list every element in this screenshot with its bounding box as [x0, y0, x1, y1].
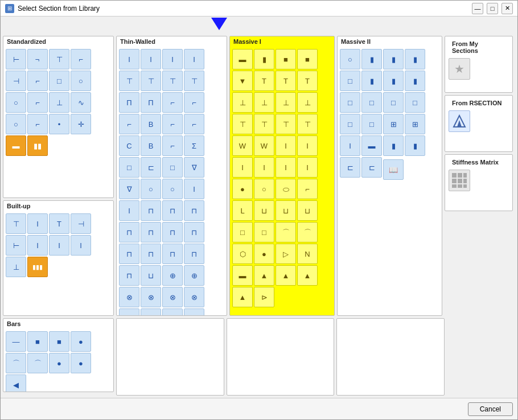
- tw-46[interactable]: ⊗: [141, 287, 161, 307]
- my-sections-button[interactable]: ★: [449, 58, 470, 80]
- bar-1[interactable]: —: [6, 331, 26, 352]
- mi-40[interactable]: N: [297, 244, 318, 264]
- tw-6[interactable]: ⊤: [141, 71, 161, 91]
- tw-9[interactable]: Π: [119, 92, 139, 113]
- mi-31[interactable]: ⊔: [276, 200, 296, 221]
- tw-8[interactable]: ⊤: [184, 71, 204, 91]
- mii-8[interactable]: ▮: [405, 71, 425, 91]
- tw-23[interactable]: □: [162, 157, 183, 178]
- tw-36[interactable]: ⊓: [184, 222, 204, 242]
- tw-27[interactable]: ○: [162, 179, 183, 199]
- stiffness-matrix-button[interactable]: [449, 170, 470, 191]
- std-icon-8[interactable]: ○: [71, 71, 91, 91]
- tw-35[interactable]: ⊓: [162, 222, 183, 242]
- tw-31[interactable]: ⊓: [162, 200, 183, 221]
- mi-33[interactable]: □: [232, 222, 253, 242]
- mii-23[interactable]: 📖: [383, 159, 404, 180]
- tw-28[interactable]: I: [184, 179, 204, 199]
- std-icon-9[interactable]: ○: [6, 92, 26, 113]
- mi-42[interactable]: ▲: [254, 265, 274, 286]
- tw-7[interactable]: ⊤: [162, 71, 183, 91]
- mii-2[interactable]: ▮: [361, 49, 382, 69]
- mi-30[interactable]: ⊔: [254, 200, 274, 221]
- tw-33[interactable]: ⊓: [119, 222, 139, 242]
- bu-icon-10[interactable]: ▮▮▮: [27, 257, 48, 277]
- std-icon-17[interactable]: ▬: [6, 135, 26, 156]
- tw-40[interactable]: ⊓: [184, 244, 204, 264]
- mi-35[interactable]: ⌒: [276, 222, 296, 242]
- mii-11[interactable]: □: [383, 92, 404, 113]
- std-icon-18[interactable]: ▮▮: [27, 135, 48, 156]
- mi-36[interactable]: ⌒: [297, 222, 318, 242]
- close-button[interactable]: ✕: [501, 3, 513, 14]
- std-icon-16[interactable]: ✛: [71, 114, 91, 134]
- bar-3[interactable]: ■: [49, 331, 69, 352]
- bu-icon-6[interactable]: I: [27, 235, 48, 256]
- mi-18[interactable]: W: [254, 135, 274, 156]
- mi-28[interactable]: ⌐: [297, 179, 318, 199]
- bar-8[interactable]: ●: [71, 353, 91, 373]
- std-icon-11[interactable]: ⊥: [49, 92, 69, 113]
- bar-9[interactable]: ◀: [6, 374, 26, 392]
- tw-43[interactable]: ⊕: [162, 265, 183, 286]
- tw-21[interactable]: □: [119, 157, 139, 178]
- mii-18[interactable]: ▬: [361, 135, 382, 156]
- mi-43[interactable]: ▲: [276, 265, 296, 286]
- bu-icon-5[interactable]: ⊢: [6, 235, 26, 256]
- mii-4[interactable]: ▮: [405, 49, 425, 69]
- tw-34[interactable]: ⊓: [141, 222, 161, 242]
- mi-8[interactable]: T: [297, 71, 318, 91]
- mii-7[interactable]: ▮: [383, 71, 404, 91]
- mi-17[interactable]: W: [232, 135, 253, 156]
- mi-45[interactable]: ▲: [232, 287, 253, 307]
- mi-32[interactable]: ⊔: [297, 200, 318, 221]
- tw-24[interactable]: ∇: [184, 157, 204, 178]
- mi-39[interactable]: ▷: [276, 244, 296, 264]
- bu-icon-3[interactable]: T: [49, 213, 69, 234]
- tw-4[interactable]: I: [184, 49, 204, 69]
- mi-3[interactable]: ■: [276, 49, 296, 69]
- tw-15[interactable]: ⌐: [162, 114, 183, 134]
- mi-26[interactable]: ○: [254, 179, 274, 199]
- tw-50[interactable]: ⊞: [141, 308, 161, 315]
- mi-7[interactable]: T: [276, 71, 296, 91]
- tw-41[interactable]: ⊓: [119, 265, 139, 286]
- mi-14[interactable]: ⊤: [254, 114, 274, 134]
- mi-22[interactable]: I: [254, 157, 274, 178]
- bar-5[interactable]: ⌒: [6, 353, 26, 373]
- mi-6[interactable]: T: [254, 71, 274, 91]
- bar-7[interactable]: ●: [49, 353, 69, 373]
- std-icon-6[interactable]: ⌐: [27, 71, 48, 91]
- mii-1[interactable]: ○: [340, 49, 360, 69]
- std-icon-1[interactable]: ⊢: [6, 49, 26, 69]
- mi-44[interactable]: ▲: [297, 265, 318, 286]
- tw-16[interactable]: ⌐: [184, 114, 204, 134]
- tw-20[interactable]: Σ: [184, 135, 204, 156]
- mi-25[interactable]: ●: [232, 179, 253, 199]
- tw-19[interactable]: ⌐: [162, 135, 183, 156]
- bu-icon-2[interactable]: I: [27, 213, 48, 234]
- std-icon-3[interactable]: ⊤: [49, 49, 69, 69]
- bu-icon-1[interactable]: ⊤: [6, 213, 26, 234]
- mi-20[interactable]: I: [297, 135, 318, 156]
- mii-17[interactable]: I: [340, 135, 360, 156]
- mi-38[interactable]: ●: [254, 244, 274, 264]
- mii-19[interactable]: ▮: [383, 135, 404, 156]
- std-icon-5[interactable]: ⊣: [6, 71, 26, 91]
- rsection-button[interactable]: [449, 110, 470, 132]
- mi-29[interactable]: L: [232, 200, 253, 221]
- mi-23[interactable]: I: [276, 157, 296, 178]
- mi-2[interactable]: ▮: [254, 49, 274, 69]
- cancel-button[interactable]: Cancel: [468, 402, 513, 416]
- bar-4[interactable]: ●: [71, 331, 91, 352]
- mi-19[interactable]: I: [276, 135, 296, 156]
- std-icon-7[interactable]: □: [49, 71, 69, 91]
- bar-6[interactable]: ⌒: [27, 353, 48, 373]
- bu-icon-4[interactable]: ⊣: [71, 213, 91, 234]
- mi-1[interactable]: ▬: [232, 49, 253, 69]
- mii-12[interactable]: □: [405, 92, 425, 113]
- mii-22[interactable]: ⊏: [361, 157, 382, 178]
- tw-52[interactable]: ⊞: [184, 308, 204, 315]
- std-icon-15[interactable]: •: [49, 114, 69, 134]
- mi-24[interactable]: I: [297, 157, 318, 178]
